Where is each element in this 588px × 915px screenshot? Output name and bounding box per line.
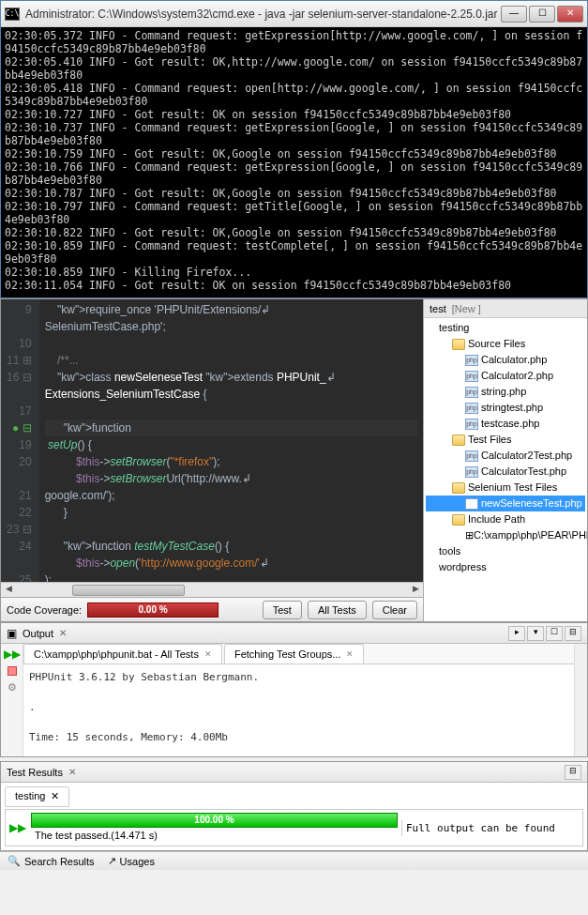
tree-file[interactable]: phpstringtest.php	[426, 400, 585, 416]
run-icon[interactable]: ▶▶	[4, 648, 21, 661]
output-tab[interactable]: C:\xampp\php\phpunit.bat - All Tests✕	[23, 644, 222, 663]
test-tab[interactable]: testing✕	[5, 786, 69, 807]
project-tree: testing Source Files phpCalculator.php p…	[424, 318, 587, 577]
tree-include-path[interactable]: Include Path	[426, 511, 585, 527]
test-results-title: Test Results	[7, 767, 63, 778]
tree-file[interactable]: phpCalculatorTest.php	[426, 464, 585, 480]
ide-area: 9 1011 ⊞16 ⊟ 17 ● ⊟1920 2122 23 ⊟24 2526…	[0, 298, 588, 622]
coverage-label: Code Coverage:	[7, 604, 82, 616]
close-button[interactable]: ✕	[557, 6, 583, 23]
clear-button[interactable]: Clear	[372, 601, 417, 619]
output-icon: ▣	[7, 627, 17, 640]
console-window: C:\ Administrator: C:\Windows\system32\c…	[0, 0, 588, 298]
test-message: The test passed.(14.471 s)	[31, 828, 398, 843]
editor-toolbar: Code Coverage: 0.00 % Test All Tests Cle…	[1, 597, 423, 621]
close-icon[interactable]: ✕	[51, 790, 59, 803]
run-icon[interactable]: ▶▶	[8, 821, 27, 834]
output-title: Output	[23, 628, 53, 639]
output-panel: ▣ Output ✕ ▸ ▾ ☐ ⊟ ▶▶ ⚙ C:\xampp\php\php…	[0, 622, 588, 757]
output-tool-button[interactable]: ▸	[508, 626, 525, 641]
console-output: 02:30:05.372 INFO - Command request: get…	[1, 27, 587, 297]
tree-source-files[interactable]: Source Files	[426, 336, 585, 352]
cmd-icon: C:\	[5, 8, 20, 21]
test-button[interactable]: Test	[263, 601, 302, 619]
test-results-header: Test Results ✕ ⊟	[1, 762, 587, 783]
output-tool-button[interactable]: ▾	[527, 626, 544, 641]
console-titlebar[interactable]: C:\ Administrator: C:\Windows\system32\c…	[1, 1, 587, 27]
code-editor[interactable]: "kw">require_once 'PHPUnit/Extensions/↲ …	[39, 299, 423, 582]
project-tree-pane: test [New ] testing Source Files phpCalc…	[423, 299, 587, 621]
console-title: Administrator: C:\Windows\system32\cmd.e…	[25, 8, 501, 21]
close-icon[interactable]: ✕	[346, 649, 354, 659]
stop-icon[interactable]	[8, 666, 17, 676]
settings-icon[interactable]: ⚙	[8, 681, 17, 694]
output-gutter: ▶▶ ⚙	[1, 644, 23, 756]
tree-test-files[interactable]: Test Files	[426, 432, 585, 448]
tree-file[interactable]: phpstring.php	[426, 384, 585, 400]
usages-icon: ↗	[108, 855, 116, 867]
all-tests-button[interactable]: All Tests	[308, 601, 367, 619]
output-close-icon[interactable]: ✕	[59, 628, 67, 638]
status-bar: 🔍Search Results ↗Usages	[0, 851, 588, 870]
output-header: ▣ Output ✕ ▸ ▾ ☐ ⊟	[1, 623, 587, 644]
minimize-button[interactable]: —	[501, 6, 527, 23]
output-tool-button[interactable]: ☐	[546, 626, 563, 641]
tree-file[interactable]: phpCalculator2Test.php	[426, 448, 585, 464]
tree-file[interactable]: phptestcase.php	[426, 416, 585, 432]
vertical-scrollbar[interactable]	[574, 644, 587, 756]
horizontal-scrollbar[interactable]: ◀▶	[1, 582, 423, 597]
minimize-icon[interactable]: ⊟	[565, 765, 581, 780]
close-icon[interactable]: ✕	[204, 649, 212, 659]
usages-tab[interactable]: ↗Usages	[108, 855, 155, 867]
search-icon: 🔍	[8, 855, 21, 867]
tree-header: test [New ]	[424, 299, 587, 318]
tree-selenium-files[interactable]: Selenium Test Files	[426, 480, 585, 496]
output-tab[interactable]: Fetching Test Groups...✕	[224, 644, 365, 663]
tree-file-selected[interactable]: newSeleneseTest.php	[426, 496, 585, 511]
tree-root[interactable]: testing	[426, 320, 585, 336]
output-tool-button[interactable]: ⊟	[565, 626, 581, 641]
tree-tools[interactable]: tools	[426, 543, 585, 559]
search-results-tab[interactable]: 🔍Search Results	[8, 855, 95, 867]
tree-path[interactable]: ⊞ C:\xampp\php\PEAR\PHP	[426, 527, 585, 543]
test-progress-bar: 100.00 %	[31, 813, 398, 828]
tree-file[interactable]: phpCalculator.php	[426, 352, 585, 368]
test-results-panel: Test Results ✕ ⊟ testing✕ ▶▶ 100.00 % Th…	[0, 761, 588, 851]
tree-header-name: test	[430, 303, 446, 314]
output-tabs: C:\xampp\php\phpunit.bat - All Tests✕ Fe…	[23, 644, 574, 664]
editor-pane: 9 1011 ⊞16 ⊟ 17 ● ⊟1920 2122 23 ⊟24 2526…	[1, 299, 423, 621]
test-output-hint: Full output can be found	[401, 820, 580, 836]
maximize-button[interactable]: ☐	[529, 6, 555, 23]
coverage-bar: 0.00 %	[87, 602, 219, 618]
output-text: PHPUnit 3.6.12 by Sebastian Bergmann. . …	[23, 664, 574, 756]
close-icon[interactable]: ✕	[68, 767, 76, 777]
line-gutter: 9 1011 ⊞16 ⊟ 17 ● ⊟1920 2122 23 ⊟24 2526	[1, 299, 39, 582]
tree-wordpress[interactable]: wordpress	[426, 559, 585, 575]
tree-header-new: [New ]	[452, 303, 481, 314]
tree-file[interactable]: phpCalculator2.php	[426, 368, 585, 384]
